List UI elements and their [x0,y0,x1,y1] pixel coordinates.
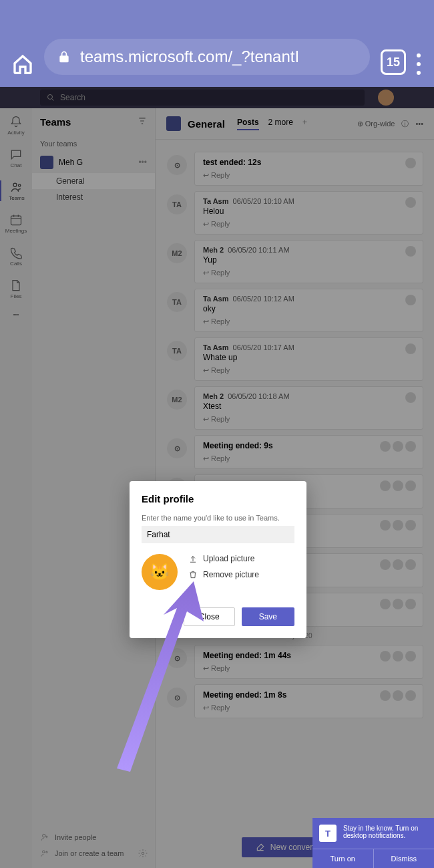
name-input[interactable] [142,526,294,543]
upload-icon [188,554,198,563]
trash-icon [188,570,198,579]
modal-overlay [0,87,434,868]
upload-picture-button[interactable]: Upload picture [188,554,259,563]
save-button[interactable]: Save [242,607,294,626]
modal-hint: Enter the name you'd like to use in Team… [142,514,294,522]
teams-logo-icon: T [319,825,337,842]
browser-menu-icon[interactable] [417,53,422,75]
notification-toast: T Stay in the know. Turn on desktop noti… [312,818,434,868]
notification-text: Stay in the know. Turn on desktop notifi… [343,825,427,842]
modal-title: Edit profile [142,493,294,504]
tab-count-badge[interactable]: 15 [381,49,406,75]
dismiss-button[interactable]: Dismiss [374,849,435,868]
turn-on-button[interactable]: Turn on [312,849,374,868]
close-button[interactable]: Close [184,607,235,626]
home-icon[interactable] [12,53,33,75]
url-text: teams.microsoft.com/_?tenantI [80,47,299,66]
remove-picture-button[interactable]: Remove picture [188,570,259,579]
edit-profile-modal: Edit profile Enter the name you'd like t… [130,481,306,638]
url-bar[interactable]: teams.microsoft.com/_?tenantI [44,39,370,75]
profile-picture: 🐱 [142,554,178,590]
lock-icon [57,50,71,63]
